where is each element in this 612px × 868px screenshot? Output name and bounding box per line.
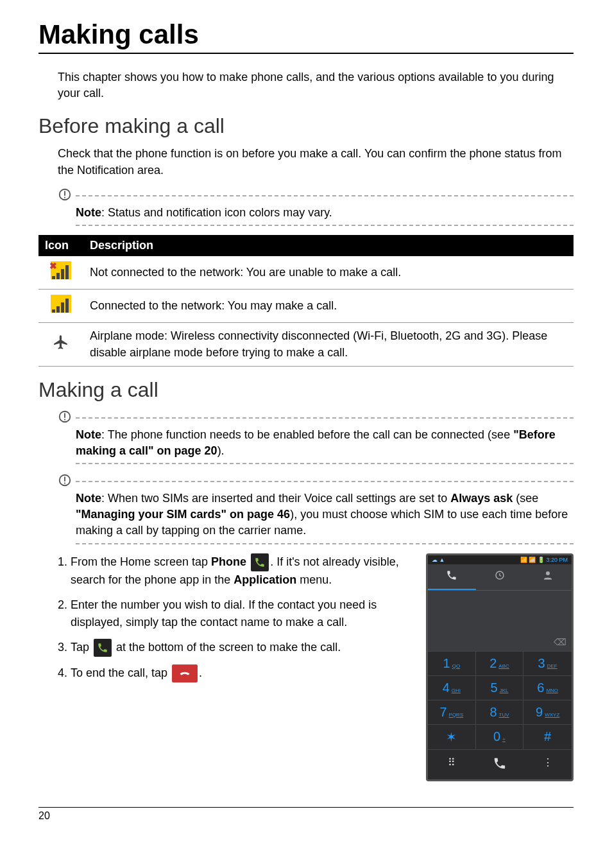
svg-rect-1 bbox=[64, 191, 65, 195]
note-icon bbox=[58, 410, 76, 427]
s1d: Application bbox=[234, 573, 296, 586]
phone-app-icon bbox=[251, 553, 269, 571]
th-icon: Icon bbox=[38, 235, 83, 256]
status-left: ☁ ▲ bbox=[432, 557, 445, 563]
n3-b2: "Managing your SIM cards" on page 46 bbox=[76, 508, 290, 521]
note-text: : Status and notification icon colors ma… bbox=[101, 206, 332, 219]
key-6[interactable]: 6MNO bbox=[523, 675, 572, 700]
note-icon bbox=[58, 187, 76, 205]
phone-status-bar: ☁ ▲ 📶 📶 🔋 3:20 PM bbox=[428, 555, 572, 564]
row2-desc: Airplane mode: Wireless connectivity dis… bbox=[83, 323, 574, 366]
footer-grid-icon[interactable]: ⠿ bbox=[428, 750, 476, 779]
airplane-mode-icon bbox=[52, 334, 70, 349]
list-item: To end the call, tap . bbox=[71, 664, 420, 682]
heading-before-making-a-call: Before making a call bbox=[38, 114, 574, 138]
phone-dialer-figure: ☁ ▲ 📶 📶 🔋 3:20 PM ⌫ 1QO 2ABC 3DEF 4GHI 5… bbox=[426, 553, 574, 781]
s3a: Tap bbox=[71, 641, 92, 654]
key-1[interactable]: 1QO bbox=[428, 651, 476, 675]
key-hash[interactable]: # bbox=[523, 724, 572, 749]
key-2[interactable]: 2ABC bbox=[476, 651, 524, 675]
dial-display: ⌫ bbox=[428, 590, 572, 651]
signal-icon bbox=[51, 295, 71, 313]
note-icon bbox=[58, 473, 76, 490]
s4a: To end the call, tap bbox=[71, 666, 171, 679]
s3b: at the bottom of the screen to make the … bbox=[113, 641, 341, 654]
note2-t1: : The phone function needs to be enabled… bbox=[101, 428, 513, 441]
note-label: Note bbox=[76, 206, 101, 219]
key-4[interactable]: 4GHI bbox=[428, 675, 476, 700]
list-item: From the Home screen tap Phone . If it's… bbox=[71, 553, 420, 589]
n3-b1: Always ask bbox=[450, 492, 513, 505]
footer-call-button[interactable] bbox=[476, 750, 524, 779]
table-row: Connected to the network: You may make a… bbox=[38, 290, 574, 323]
key-3[interactable]: 3DEF bbox=[523, 651, 572, 675]
tab-recent[interactable] bbox=[476, 564, 524, 590]
no-signal-icon: ✖ bbox=[51, 261, 71, 279]
note-colors: Note: Status and notification icon color… bbox=[58, 187, 574, 226]
key-star[interactable]: ✶ bbox=[428, 724, 476, 749]
call-icon bbox=[94, 639, 112, 657]
heading-making-a-call: Making a call bbox=[38, 378, 574, 402]
dialer-tabs bbox=[428, 564, 572, 590]
key-8[interactable]: 8TUV bbox=[476, 700, 524, 724]
svg-rect-7 bbox=[64, 477, 65, 482]
key-7[interactable]: 7PQRS bbox=[428, 700, 476, 724]
svg-point-10 bbox=[546, 571, 550, 575]
dialer-footer: ⠿ ⋮ bbox=[428, 749, 572, 779]
keypad: 1QO 2ABC 3DEF 4GHI 5JKL 6MNO 7PQRS 8TUV … bbox=[428, 651, 572, 749]
page-number: 20 bbox=[38, 807, 574, 822]
intro-text: This chapter shows you how to make phone… bbox=[58, 69, 574, 101]
svg-rect-2 bbox=[64, 196, 65, 198]
list-item: Enter the number you wish to dial. If th… bbox=[71, 596, 420, 631]
s1b: Phone bbox=[211, 555, 246, 568]
note-label: Note bbox=[76, 428, 101, 441]
s1e: menu. bbox=[296, 573, 332, 586]
steps-list: From the Home screen tap Phone . If it's… bbox=[71, 553, 420, 683]
svg-rect-4 bbox=[64, 413, 65, 417]
page-title: Making calls bbox=[38, 19, 574, 54]
note-two-sims: Note: When two SIMs are inserted and the… bbox=[58, 473, 574, 544]
tab-dialer[interactable] bbox=[428, 564, 476, 590]
status-right: 📶 📶 🔋 3:20 PM bbox=[520, 557, 568, 563]
footer-menu-icon[interactable]: ⋮ bbox=[523, 750, 572, 779]
key-0[interactable]: 0+ bbox=[476, 724, 524, 749]
note2-t2: ). bbox=[217, 444, 225, 457]
s4b: . bbox=[199, 666, 202, 679]
note-enable-phone: Note: The phone function needs to be ena… bbox=[58, 410, 574, 464]
s1a: From the Home screen tap bbox=[71, 555, 211, 568]
svg-rect-8 bbox=[64, 483, 65, 484]
row1-desc: Connected to the network: You may make a… bbox=[83, 290, 574, 323]
backspace-icon[interactable]: ⌫ bbox=[554, 637, 566, 647]
n3-t2: (see bbox=[513, 492, 538, 505]
table-row: Airplane mode: Wireless connectivity dis… bbox=[38, 323, 574, 366]
row0-desc: Not connected to the network: You are un… bbox=[83, 256, 574, 290]
key-5[interactable]: 5JKL bbox=[476, 675, 524, 700]
list-item: Tap at the bottom of the screen to make … bbox=[71, 639, 420, 657]
n3-t1: : When two SIMs are inserted and their V… bbox=[101, 492, 450, 505]
table-row: ✖ Not connected to the network: You are … bbox=[38, 256, 574, 290]
section1-text: Check that the phone function is on befo… bbox=[58, 146, 574, 178]
end-call-icon bbox=[172, 664, 198, 682]
tab-contacts[interactable] bbox=[523, 564, 572, 590]
icon-table: Icon Description ✖ Not connected to the … bbox=[38, 235, 574, 367]
th-description: Description bbox=[83, 235, 574, 256]
svg-rect-5 bbox=[64, 419, 65, 420]
note-label: Note bbox=[76, 492, 101, 505]
key-9[interactable]: 9WXYZ bbox=[523, 700, 572, 724]
